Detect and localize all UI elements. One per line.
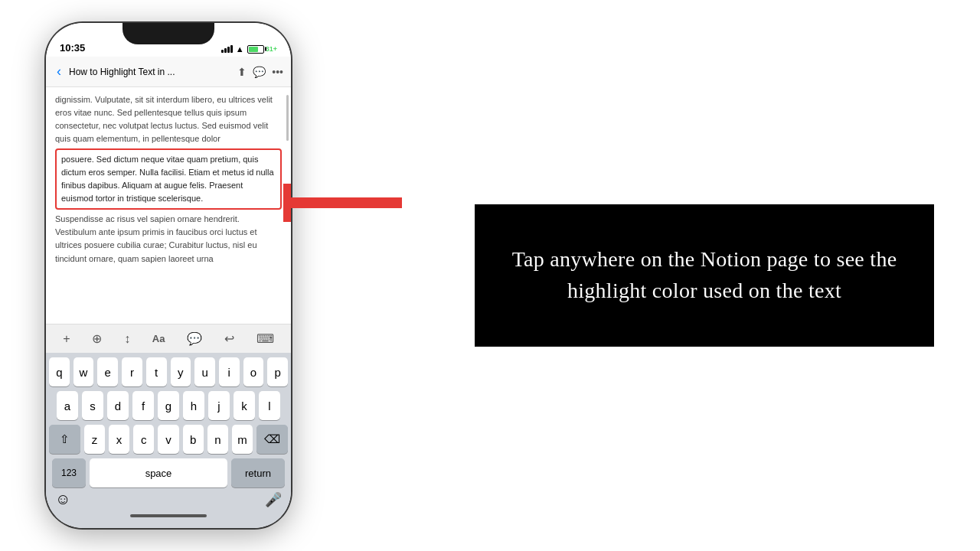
- highlighted-text-block: posuere. Sed dictum neque vitae quam pre…: [55, 148, 282, 210]
- wifi-icon: ▲: [236, 44, 244, 54]
- key-q[interactable]: q: [49, 357, 70, 386]
- key-delete[interactable]: ⌫: [256, 425, 288, 454]
- more-icon[interactable]: •••: [272, 66, 283, 78]
- key-return[interactable]: return: [231, 458, 285, 487]
- highlighted-text: posuere. Sed dictum neque vitae quam pre…: [61, 155, 274, 203]
- comment-icon[interactable]: 💬: [253, 66, 266, 78]
- battery-icon: 31+: [247, 45, 277, 54]
- key-u[interactable]: u: [194, 357, 215, 386]
- right-panel-text: Tap anywhere on the Notion page to see t…: [505, 244, 903, 306]
- key-t[interactable]: t: [146, 357, 167, 386]
- key-r[interactable]: r: [122, 357, 142, 386]
- key-n[interactable]: n: [207, 425, 228, 454]
- home-indicator: [49, 508, 288, 523]
- share-icon[interactable]: ⬆: [237, 66, 247, 78]
- key-b[interactable]: b: [183, 425, 204, 454]
- key-g[interactable]: g: [158, 391, 179, 420]
- signal-icon: [221, 45, 233, 53]
- page-text: dignissim. Vulputate, sit sit interdum l…: [55, 93, 282, 266]
- key-p[interactable]: p: [267, 357, 288, 386]
- key-o[interactable]: o: [243, 357, 264, 386]
- text-toolbar: + ⊕ ↕ Aa 💬 ↩ ⌨: [46, 324, 291, 353]
- nav-title: How to Highlight Text in ...: [69, 67, 233, 77]
- key-d[interactable]: d: [107, 391, 129, 420]
- key-k[interactable]: k: [234, 391, 255, 420]
- key-j[interactable]: j: [208, 391, 230, 420]
- key-x[interactable]: x: [109, 425, 129, 454]
- key-a[interactable]: a: [57, 391, 78, 420]
- key-c[interactable]: c: [133, 425, 154, 454]
- toolbar-comment-icon[interactable]: 💬: [187, 331, 202, 346]
- nav-bar: ‹ How to Highlight Text in ... ⬆ 💬 •••: [46, 57, 291, 87]
- toolbar-add-icon[interactable]: ⊕: [92, 331, 102, 346]
- scroll-indicator: [286, 95, 289, 141]
- toolbar-undo-icon[interactable]: ↩: [224, 331, 234, 346]
- text-above: dignissim. Vulputate, sit sit interdum l…: [55, 93, 282, 145]
- key-123[interactable]: 123: [52, 458, 86, 487]
- toolbar-text-size-icon[interactable]: Aa: [152, 333, 165, 344]
- toolbar-plus-icon[interactable]: +: [63, 332, 70, 346]
- keyboard-row-3: ⇧ z x c v b n m ⌫: [49, 425, 288, 454]
- key-v[interactable]: v: [158, 425, 178, 454]
- content-area[interactable]: dignissim. Vulputate, sit sit interdum l…: [46, 87, 291, 324]
- toolbar-keyboard-icon[interactable]: ⌨: [256, 331, 274, 346]
- key-l[interactable]: l: [259, 391, 280, 420]
- home-bar: [130, 514, 207, 517]
- phone-mockup: 10:35 ▲ 31+: [46, 23, 291, 528]
- right-panel: Tap anywhere on the Notion page to see t…: [475, 204, 934, 347]
- key-y[interactable]: y: [171, 357, 191, 386]
- nav-action-icons: ⬆ 💬 •••: [237, 66, 283, 78]
- key-z[interactable]: z: [84, 425, 105, 454]
- red-arrow-icon: [283, 184, 406, 222]
- phone-screen: 10:35 ▲ 31+: [46, 23, 291, 528]
- status-icons: ▲ 31+: [221, 44, 277, 54]
- phone-notch: [122, 23, 214, 44]
- keyboard-row-1: q w e r t y u i o p: [49, 357, 288, 386]
- key-f[interactable]: f: [132, 391, 154, 420]
- key-space[interactable]: space: [90, 458, 227, 487]
- keyboard-row-2: a s d f g h j k l: [49, 391, 288, 420]
- key-w[interactable]: w: [74, 357, 94, 386]
- status-time: 10:35: [60, 42, 85, 54]
- toolbar-swap-icon[interactable]: ↕: [124, 332, 130, 346]
- mic-key[interactable]: 🎤: [265, 491, 282, 508]
- phone-frame: 10:35 ▲ 31+: [46, 23, 291, 528]
- key-i[interactable]: i: [219, 357, 240, 386]
- key-e[interactable]: e: [97, 357, 118, 386]
- keyboard: q w e r t y u i o p a s d f g: [46, 353, 291, 528]
- arrow-container: [283, 184, 406, 225]
- keyboard-bottom-row: 123 space return: [49, 458, 288, 487]
- key-shift[interactable]: ⇧: [49, 425, 80, 454]
- emoji-key[interactable]: ☺: [55, 491, 70, 508]
- key-s[interactable]: s: [82, 391, 103, 420]
- back-button[interactable]: ‹: [54, 60, 64, 83]
- key-h[interactable]: h: [183, 391, 204, 420]
- keyboard-emoji-row: ☺ 🎤: [49, 491, 288, 508]
- key-m[interactable]: m: [232, 425, 253, 454]
- text-below: Suspendisse ac risus vel sapien ornare h…: [55, 213, 282, 265]
